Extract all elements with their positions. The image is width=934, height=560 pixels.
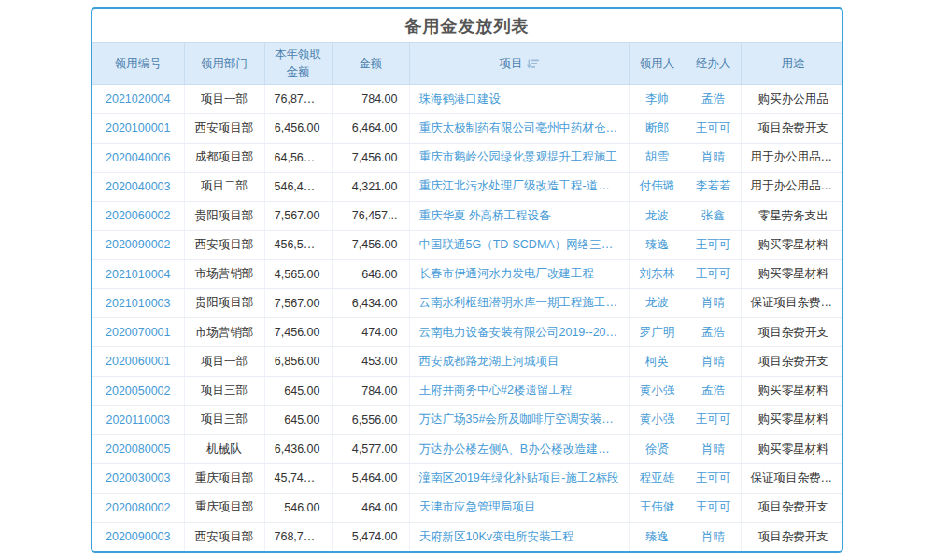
cell-handler[interactable]: 肖晴 xyxy=(686,288,741,317)
cell-recipient[interactable]: 黄小强 xyxy=(629,376,686,405)
cell-recipient[interactable]: 刘东林 xyxy=(629,259,686,288)
cell-purpose: 购买零星材料 xyxy=(741,259,843,288)
cell-recipient[interactable]: 徐贤 xyxy=(629,435,686,464)
cell-handler[interactable]: 肖晴 xyxy=(686,522,741,551)
cell-recipient[interactable]: 臻逸 xyxy=(629,522,686,551)
cell-recipient[interactable]: 龙波 xyxy=(629,202,686,231)
cell-department: 西安项目部 xyxy=(184,114,264,143)
column-header-label: 金额 xyxy=(359,55,382,73)
cell-project[interactable]: 重庆市鹅岭公园绿化景观提升工程施工 xyxy=(409,143,629,172)
cell-recipient[interactable]: 程亚雄 xyxy=(629,464,686,493)
cell-project[interactable]: 王府井商务中心#2楼遗留工程 xyxy=(409,376,629,405)
cell-recipient[interactable]: 臻逸 xyxy=(629,231,686,259)
cell-amount: 76,457... xyxy=(332,202,409,231)
cell-amount: 6,434.00 xyxy=(332,288,409,317)
cell-project[interactable]: 中国联通5G（TD-SCDMA）网络三期四川工程 xyxy=(409,231,629,259)
cell-requisition-id[interactable]: 2020080002 xyxy=(92,493,184,522)
cell-recipient[interactable]: 付伟璐 xyxy=(629,172,686,201)
cell-project[interactable]: 潼南区2019年绿化补贴项目-施工2标段 xyxy=(409,464,629,493)
table-row: 2020110003项目三部645.006,556.00万达广场35#会所及咖啡… xyxy=(92,405,843,434)
cell-amount: 6,464.00 xyxy=(332,114,409,143)
cell-project[interactable]: 珠海鹤港口建设 xyxy=(409,85,629,114)
cell-handler[interactable]: 孟浩 xyxy=(686,376,741,405)
cell-recipient[interactable]: 李帅 xyxy=(629,85,686,114)
column-header-project[interactable]: 项目 xyxy=(409,43,629,85)
cell-year-amount: 76,876.00 xyxy=(264,85,332,114)
cell-project[interactable]: 天津市应急管理局项目 xyxy=(409,493,629,522)
cell-year-amount: 7,567.00 xyxy=(264,202,332,231)
cell-handler[interactable]: 王可可 xyxy=(686,405,741,434)
table-row: 2021010004市场营销部4,565.00646.00长春市伊通河水力发电厂… xyxy=(92,259,843,288)
cell-project[interactable]: 西安成都路龙湖上河城项目 xyxy=(409,347,629,376)
cell-requisition-id[interactable]: 2021020004 xyxy=(92,85,184,114)
cell-year-amount: 45,745.00 xyxy=(264,464,332,493)
cell-department: 市场营销部 xyxy=(184,318,264,347)
table-row: 2020080005机械队6,436.004,577.00万达办公楼左侧A、B办… xyxy=(92,435,843,464)
cell-department: 项目三部 xyxy=(184,405,264,434)
cell-project[interactable]: 重庆太极制药有限公司亳州中药材仓储物流基... xyxy=(409,114,629,143)
cell-department: 重庆项目部 xyxy=(184,464,264,493)
cell-department: 市场营销部 xyxy=(184,259,264,288)
cell-department: 重庆项目部 xyxy=(184,493,264,522)
cell-recipient[interactable]: 罗广明 xyxy=(629,318,686,347)
cell-handler[interactable]: 孟浩 xyxy=(686,85,741,114)
cell-year-amount: 6,436.00 xyxy=(264,435,332,464)
cell-requisition-id[interactable]: 2020030003 xyxy=(92,464,184,493)
cell-requisition-id[interactable]: 2020050002 xyxy=(92,376,184,405)
cell-recipient[interactable]: 王伟健 xyxy=(629,493,686,522)
cell-handler[interactable]: 肖晴 xyxy=(686,435,741,464)
cell-recipient[interactable]: 柯英 xyxy=(629,347,686,376)
cell-requisition-id[interactable]: 2021010003 xyxy=(92,288,184,317)
cell-handler[interactable]: 王可可 xyxy=(686,259,741,288)
cell-requisition-id[interactable]: 2021010004 xyxy=(92,259,184,288)
cell-requisition-id[interactable]: 2020080005 xyxy=(92,435,184,464)
column-header-department: 领用部门 xyxy=(184,43,264,85)
header-row: 领用编号领用部门本年领取金额金额项目领用人经办人用途 xyxy=(92,43,843,85)
cell-handler[interactable]: 王可可 xyxy=(686,464,741,493)
cell-recipient[interactable]: 龙波 xyxy=(629,288,686,317)
table-row: 2021020004项目一部76,876.00784.00珠海鹤港口建设李帅孟浩… xyxy=(92,85,843,114)
cell-handler[interactable]: 王可可 xyxy=(686,114,741,143)
cell-requisition-id[interactable]: 2020060001 xyxy=(92,347,184,376)
cell-project[interactable]: 万达办公楼左侧A、B办公楼改造建设工程 xyxy=(409,435,629,464)
column-header-label: 本年领取金额 xyxy=(271,46,326,81)
cell-department: 成都项目部 xyxy=(184,143,264,172)
page-title: 备用金发放列表 xyxy=(92,9,842,42)
cell-requisition-id[interactable]: 2020100001 xyxy=(92,114,184,143)
cell-requisition-id[interactable]: 2020090002 xyxy=(92,231,184,259)
cell-project[interactable]: 云南水利枢纽潜明水库一期工程施工I标 xyxy=(409,288,629,317)
cell-project[interactable]: 重庆江北污水处理厂级改造工程-道路修复工程 xyxy=(409,172,629,201)
cell-handler[interactable]: 肖晴 xyxy=(686,143,741,172)
cell-handler[interactable]: 王可可 xyxy=(686,231,741,259)
cell-handler[interactable]: 肖晴 xyxy=(686,347,741,376)
cell-recipient[interactable]: 胡雪 xyxy=(629,143,686,172)
column-header-year-amount: 本年领取金额 xyxy=(264,43,332,85)
cell-handler[interactable]: 王可可 xyxy=(686,493,741,522)
cell-requisition-id[interactable]: 2020090003 xyxy=(92,522,184,551)
table-row: 2020080002重庆项目部546.00464.00天津市应急管理局项目王伟健… xyxy=(92,493,843,522)
cell-amount: 5,464.00 xyxy=(332,464,409,493)
cell-project[interactable]: 云南电力设备安装有限公司2019--2020年度劳... xyxy=(409,318,629,347)
cell-purpose: 用于办公用品的购买 xyxy=(741,172,843,201)
table-header: 领用编号领用部门本年领取金额金额项目领用人经办人用途 xyxy=(92,43,843,85)
cell-year-amount: 645.00 xyxy=(264,376,332,405)
cell-handler[interactable]: 张鑫 xyxy=(686,202,741,231)
cell-requisition-id[interactable]: 2020070001 xyxy=(92,318,184,347)
cell-project[interactable]: 万达广场35#会所及咖啡厅空调安装工程 xyxy=(409,405,629,434)
cell-year-amount: 546,456.00 xyxy=(264,172,332,201)
cell-year-amount: 64,565.00 xyxy=(264,143,332,172)
cell-recipient[interactable]: 黄小强 xyxy=(629,405,686,434)
cell-requisition-id[interactable]: 2020040006 xyxy=(92,143,184,172)
cell-project[interactable]: 重庆华夏 外高桥工程设备 xyxy=(409,202,629,231)
cell-project[interactable]: 长春市伊通河水力发电厂改建工程 xyxy=(409,259,629,288)
table-row: 2020030003重庆项目部45,745.005,464.00潼南区2019年… xyxy=(92,464,843,493)
cell-handler[interactable]: 孟浩 xyxy=(686,318,741,347)
column-header-label: 领用人 xyxy=(640,55,675,73)
cell-requisition-id[interactable]: 2020040003 xyxy=(92,172,184,201)
cell-year-amount: 6,456.00 xyxy=(264,114,332,143)
cell-requisition-id[interactable]: 2020060002 xyxy=(92,202,184,231)
cell-requisition-id[interactable]: 2020110003 xyxy=(92,405,184,434)
cell-project[interactable]: 天府新区10Kv变电所安装工程 xyxy=(409,522,629,551)
cell-recipient[interactable]: 断郎 xyxy=(629,114,686,143)
cell-handler[interactable]: 李若若 xyxy=(686,172,741,201)
